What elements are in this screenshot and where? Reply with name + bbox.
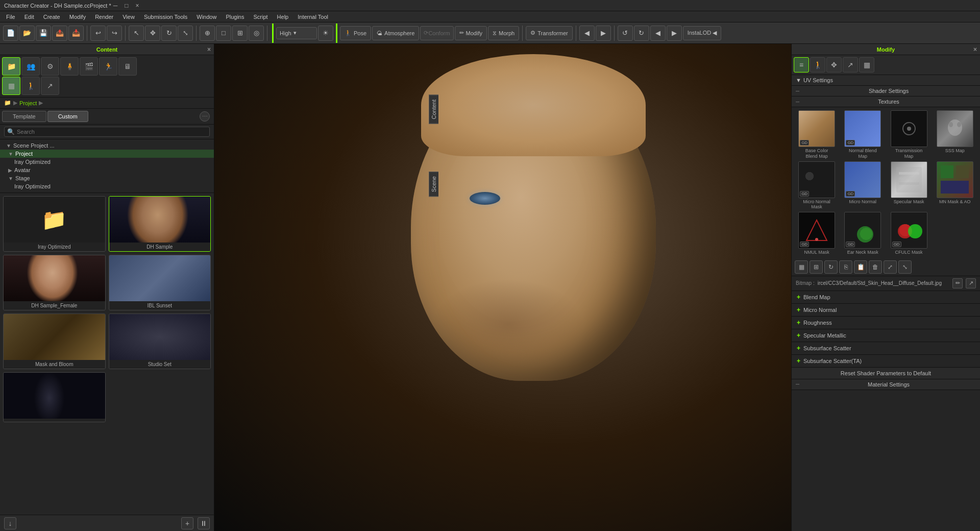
grid-item-iray[interactable]: 📁 Iray Optimized bbox=[3, 196, 106, 252]
menu-edit[interactable]: Edit bbox=[20, 13, 38, 21]
modify-button[interactable]: ✏ Modify bbox=[455, 26, 487, 40]
content-close-button[interactable]: × bbox=[207, 46, 211, 53]
redo-button[interactable]: ↪ bbox=[107, 26, 122, 41]
grid-item-female[interactable]: DH Sample_Female bbox=[3, 255, 106, 310]
window-controls[interactable]: ─ □ × bbox=[111, 2, 141, 9]
tree-scene-project[interactable]: ▼ Scene Project ... bbox=[0, 141, 214, 150]
tab-options-button[interactable]: ⋯ bbox=[200, 111, 210, 122]
mod-tab-person[interactable]: 🚶 bbox=[810, 57, 825, 73]
nav2-button[interactable]: ▶ bbox=[596, 26, 611, 41]
tex-ear-neck[interactable]: GD Ear Neck Mask bbox=[841, 212, 885, 255]
content-side-tab[interactable]: Content bbox=[429, 95, 438, 124]
sun-button[interactable]: ☀ bbox=[318, 26, 333, 41]
grid-item-ibl[interactable]: IBL Sunset bbox=[109, 255, 211, 310]
menu-submission-tools[interactable]: Submission Tools bbox=[140, 13, 191, 21]
nav1-button[interactable]: ◀ bbox=[579, 26, 595, 41]
tex-base-color[interactable]: GD Base ColorBlend Map bbox=[795, 110, 839, 159]
export-button[interactable]: 📤 bbox=[52, 26, 67, 41]
icon-gear-button[interactable]: ⚙ bbox=[41, 57, 59, 76]
icon-arrow-button[interactable]: ↗ bbox=[41, 77, 59, 95]
mod-tab-transform[interactable]: ✥ bbox=[826, 57, 842, 73]
rotate-button[interactable]: ↻ bbox=[161, 26, 177, 41]
grid-item-mask[interactable]: Mask and Bloom bbox=[3, 313, 106, 369]
tex-act-collapse[interactable]: ⤡ bbox=[898, 260, 912, 274]
mod-tab-layers[interactable]: ≡ bbox=[794, 57, 809, 73]
view1-button[interactable]: ⊕ bbox=[200, 26, 215, 41]
menu-create[interactable]: Create bbox=[39, 13, 64, 21]
atmosphere-button[interactable]: 🌤 Atmosphere bbox=[372, 26, 419, 40]
icon-folder-button[interactable]: 📁 bbox=[2, 57, 20, 76]
minimize-button[interactable]: ─ bbox=[111, 2, 120, 9]
tex-mn-mask-ao[interactable]: MN Mask & AO bbox=[933, 161, 977, 210]
tex-act-paste[interactable]: 📋 bbox=[854, 260, 867, 274]
scene-side-tab[interactable]: Scene bbox=[429, 172, 438, 197]
open-button[interactable]: 📂 bbox=[19, 26, 35, 41]
tex-act-refresh[interactable]: ↻ bbox=[824, 260, 838, 274]
icon-people-button[interactable]: 👥 bbox=[21, 57, 40, 76]
icon-person-button[interactable]: 🚶 bbox=[21, 77, 40, 95]
import-button[interactable]: 📥 bbox=[68, 26, 84, 41]
mod-tab-uv[interactable]: ↗ bbox=[843, 57, 858, 73]
subsurface-scatter-header[interactable]: + Subsurface Scatter bbox=[792, 342, 980, 354]
reset-shader-button[interactable]: Reset Shader Parameters to Default bbox=[792, 368, 980, 379]
content-down-button[interactable]: ↓ bbox=[4, 517, 16, 529]
menu-modify[interactable]: Modify bbox=[65, 13, 90, 21]
blend-map-header[interactable]: + Blend Map bbox=[792, 291, 980, 303]
tex-transmission[interactable]: TransmissionMap bbox=[887, 110, 931, 159]
icon-grid-button[interactable]: ▦ bbox=[2, 77, 20, 95]
tab-custom[interactable]: Custom bbox=[47, 111, 88, 122]
grid-item-dh[interactable]: DH Sample bbox=[109, 196, 211, 252]
bitmap-open-button[interactable]: ↗ bbox=[966, 278, 976, 288]
menu-render[interactable]: Render bbox=[91, 13, 117, 21]
viewport[interactable]: Scene Content bbox=[214, 44, 791, 531]
shader-settings-section[interactable]: ─ Shader Settings bbox=[792, 86, 980, 96]
tex-act-copy[interactable]: ⎘ bbox=[839, 260, 852, 274]
grid-item-dark[interactable] bbox=[3, 372, 106, 422]
tex-specular-mask[interactable]: Specular Mask bbox=[887, 161, 931, 210]
uv-settings-section[interactable]: ▼ UV Settings bbox=[792, 75, 980, 86]
tree-iray-2[interactable]: Iray Optimized bbox=[0, 182, 214, 190]
icon-scene-button[interactable]: 🎬 bbox=[80, 57, 98, 76]
close-button[interactable]: × bbox=[133, 2, 141, 9]
content-add-button[interactable]: + bbox=[181, 517, 193, 529]
material-settings-section[interactable]: ─ Material Settings bbox=[792, 379, 980, 390]
icon-avatar-button[interactable]: 🧍 bbox=[60, 57, 79, 76]
pose-button[interactable]: 🚶 Pose bbox=[340, 26, 371, 40]
save-button[interactable]: 💾 bbox=[36, 26, 51, 41]
mod-tab-texture[interactable]: ▦ bbox=[859, 57, 874, 73]
icon-monitor-button[interactable]: 🖥 bbox=[118, 57, 137, 76]
tex-normal-blend[interactable]: GD Normal BlendMap bbox=[841, 110, 885, 159]
undo-button[interactable]: ↩ bbox=[90, 26, 106, 41]
tex-act-grid1[interactable]: ▦ bbox=[795, 260, 808, 274]
view2-button[interactable]: □ bbox=[216, 26, 231, 41]
tex-nmul-mask[interactable]: GD NMUL Mask bbox=[795, 212, 839, 255]
grid-item-studio[interactable]: Studio Set bbox=[109, 313, 211, 369]
morph-button[interactable]: ⧖ Morph bbox=[488, 26, 519, 40]
roughness-header[interactable]: + Roughness bbox=[792, 317, 980, 329]
menu-script[interactable]: Script bbox=[249, 13, 272, 21]
tex-act-grid2[interactable]: ⊞ bbox=[810, 260, 823, 274]
micro-normal-header[interactable]: + Micro Normal bbox=[792, 304, 980, 316]
menu-view[interactable]: View bbox=[118, 13, 139, 21]
menu-plugins[interactable]: Plugins bbox=[222, 13, 248, 21]
icon-pose-button[interactable]: 🏃 bbox=[99, 57, 117, 76]
scale-button[interactable]: ⤡ bbox=[178, 26, 193, 41]
tree-iray-1[interactable]: Iray Optimized bbox=[0, 158, 214, 166]
new-button[interactable]: 📄 bbox=[3, 26, 18, 41]
view4-button[interactable]: ◎ bbox=[249, 26, 264, 41]
shader-scroll-area[interactable]: ▼ UV Settings ─ Shader Settings ─ Textur… bbox=[792, 75, 980, 531]
transformer-button[interactable]: ⚙ Transformer bbox=[526, 26, 573, 40]
instalod-button[interactable]: InstaLOD ◀ bbox=[683, 26, 722, 40]
view3-button[interactable]: ⊞ bbox=[232, 26, 248, 41]
textures-section-header[interactable]: ─ Textures bbox=[792, 96, 980, 107]
conform-button[interactable]: ⟳ Conform bbox=[420, 26, 453, 40]
bitmap-edit-button[interactable]: ✏ bbox=[952, 278, 963, 288]
breadcrumb-project[interactable]: Project bbox=[19, 100, 37, 106]
search-input[interactable] bbox=[4, 127, 210, 137]
modify-close-button[interactable]: × bbox=[973, 46, 977, 53]
tex-micro-normal[interactable]: GD Micro Normal bbox=[841, 161, 885, 210]
tree-avatar[interactable]: ▶ Avatar bbox=[0, 166, 214, 174]
tab-template[interactable]: Template bbox=[2, 111, 46, 122]
content-pause-button[interactable]: ⏸ bbox=[198, 517, 210, 529]
menu-help[interactable]: Help bbox=[273, 13, 293, 21]
